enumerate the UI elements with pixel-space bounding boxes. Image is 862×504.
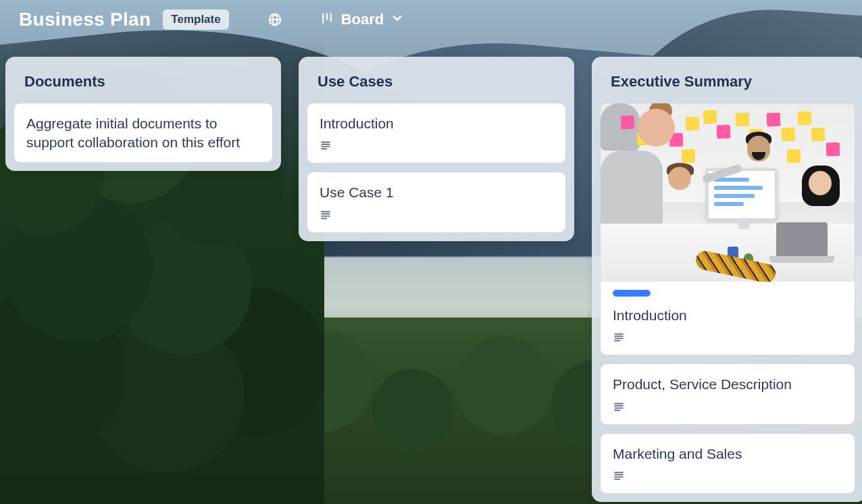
column-title[interactable]: Documents — [12, 64, 274, 103]
view-switcher[interactable]: Board — [315, 8, 409, 31]
card[interactable]: Introduction — [307, 103, 566, 163]
card[interactable]: Product, Service Description — [600, 363, 855, 424]
column-title[interactable]: Executive Summary — [599, 64, 859, 103]
description-icon — [613, 401, 842, 415]
description-icon — [320, 140, 553, 153]
template-badge[interactable]: Template — [163, 9, 228, 30]
card[interactable]: Marketing and Sales — [600, 433, 855, 494]
description-icon — [613, 332, 842, 345]
card-list: Introduction Use Case 1 — [305, 103, 567, 233]
card-title: Aggregate initial documents to support c… — [26, 114, 260, 153]
card[interactable]: Aggregate initial documents to support c… — [14, 103, 273, 163]
page-title: Business Plan — [19, 9, 151, 30]
chevron-down-icon — [390, 11, 404, 28]
description-icon — [320, 209, 553, 223]
card-list: Aggregate initial documents to support c… — [12, 103, 274, 163]
board-canvas[interactable]: Documents Aggregate initial documents to… — [0, 39, 862, 504]
view-label: Board — [341, 11, 384, 28]
card-title: Introduction — [320, 114, 553, 133]
column-documents[interactable]: Documents Aggregate initial documents to… — [5, 57, 281, 171]
card-title: Product, Service Description — [613, 375, 842, 394]
column-use-cases[interactable]: Use Cases Introduction Use Case 1 — [299, 57, 574, 241]
card-label-pill[interactable] — [613, 290, 651, 297]
card[interactable]: Use Case 1 — [307, 172, 566, 232]
description-icon — [613, 470, 842, 484]
card-title: Introduction — [613, 306, 842, 325]
globe-icon[interactable] — [263, 7, 287, 32]
column-executive-summary[interactable]: Executive Summary — [592, 57, 862, 502]
card-title: Marketing and Sales — [613, 445, 842, 463]
card-title: Use Case 1 — [320, 183, 553, 202]
card-cover-image — [601, 103, 855, 282]
board-header: Business Plan Template Board — [0, 0, 862, 39]
card-list: Introduction Product, Service Descriptio… — [599, 103, 859, 494]
card[interactable]: Introduction — [600, 103, 855, 355]
board-view-icon — [320, 11, 334, 28]
column-title[interactable]: Use Cases — [305, 64, 567, 103]
